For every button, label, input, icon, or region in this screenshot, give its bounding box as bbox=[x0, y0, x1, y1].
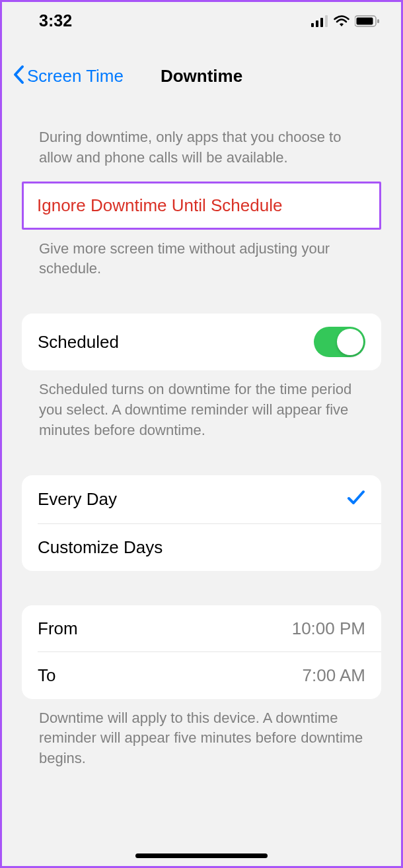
back-label: Screen Time bbox=[27, 66, 124, 86]
svg-rect-6 bbox=[377, 19, 379, 23]
scheduled-toggle[interactable] bbox=[314, 327, 365, 357]
time-range-group: From 10:00 PM To 7:00 AM bbox=[22, 605, 381, 699]
scheduled-row: Scheduled bbox=[22, 314, 381, 370]
status-time: 3:32 bbox=[39, 11, 72, 30]
toggle-knob bbox=[337, 329, 363, 355]
scheduled-label: Scheduled bbox=[38, 332, 314, 352]
intro-description: During downtime, only apps that you choo… bbox=[2, 101, 401, 182]
status-bar: 3:32 bbox=[2, 2, 401, 37]
to-row[interactable]: To 7:00 AM bbox=[22, 652, 381, 699]
to-value: 7:00 AM bbox=[303, 665, 365, 686]
from-value: 10:00 PM bbox=[292, 618, 365, 639]
to-label: To bbox=[38, 665, 303, 686]
svg-rect-1 bbox=[316, 20, 318, 27]
ignore-description: Give more screen time without adjusting … bbox=[2, 230, 401, 293]
svg-rect-0 bbox=[311, 23, 314, 27]
customize-days-row[interactable]: Customize Days bbox=[22, 524, 381, 571]
cellular-icon bbox=[311, 15, 328, 27]
chevron-left-icon bbox=[13, 65, 24, 88]
svg-rect-5 bbox=[357, 17, 373, 24]
svg-rect-2 bbox=[320, 18, 323, 27]
scheduled-group: Scheduled bbox=[22, 314, 381, 370]
nav-bar: Screen Time Downtime bbox=[2, 37, 401, 101]
from-row[interactable]: From 10:00 PM bbox=[22, 605, 381, 652]
time-range-description: Downtime will apply to this device. A do… bbox=[2, 699, 401, 782]
ignore-downtime-button[interactable]: Ignore Downtime Until Schedule bbox=[24, 184, 379, 228]
checkmark-icon bbox=[347, 488, 365, 511]
every-day-row[interactable]: Every Day bbox=[22, 475, 381, 524]
content: During downtime, only apps that you choo… bbox=[2, 101, 401, 782]
scheduled-description: Scheduled turns on downtime for the time… bbox=[2, 370, 401, 453]
schedule-type-group: Every Day Customize Days bbox=[22, 475, 381, 571]
home-indicator[interactable] bbox=[135, 853, 268, 858]
customize-days-label: Customize Days bbox=[38, 537, 365, 558]
page-title: Downtime bbox=[161, 66, 242, 86]
status-icons bbox=[311, 15, 380, 27]
ignore-downtime-label: Ignore Downtime Until Schedule bbox=[37, 195, 366, 216]
from-label: From bbox=[38, 618, 292, 639]
back-button[interactable]: Screen Time bbox=[2, 65, 124, 88]
ignore-downtime-highlight: Ignore Downtime Until Schedule bbox=[22, 182, 381, 230]
svg-rect-3 bbox=[325, 15, 328, 27]
wifi-icon bbox=[334, 15, 349, 27]
every-day-label: Every Day bbox=[38, 489, 347, 510]
battery-icon bbox=[355, 15, 380, 27]
